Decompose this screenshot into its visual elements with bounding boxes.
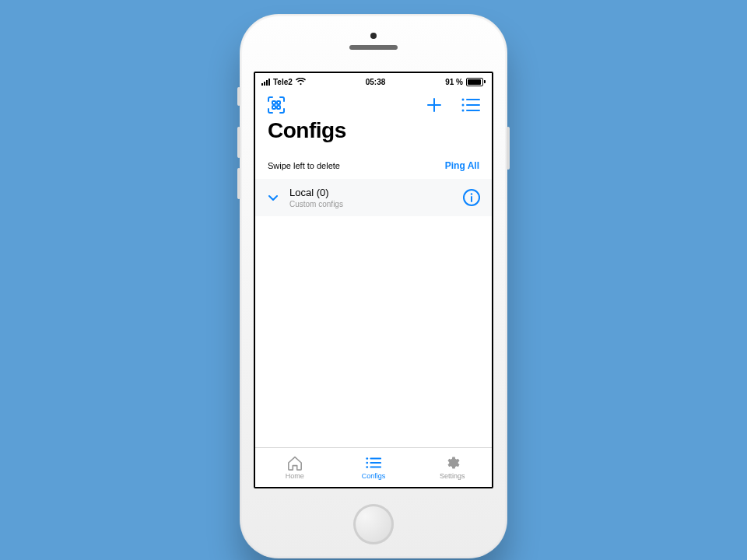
tab-home[interactable]: Home: [255, 448, 334, 487]
carrier-label: Tele2: [273, 78, 293, 86]
tab-home-label: Home: [286, 472, 304, 480]
home-button[interactable]: [353, 504, 394, 544]
power-button: [507, 127, 510, 170]
front-camera: [370, 33, 377, 39]
tab-configs[interactable]: Configs: [334, 448, 412, 487]
ping-all-button[interactable]: Ping All: [445, 160, 479, 171]
svg-point-9: [471, 193, 472, 194]
svg-point-5: [462, 104, 465, 107]
add-button[interactable]: [425, 96, 444, 114]
volume-down-button: [237, 168, 240, 199]
tab-configs-label: Configs: [362, 472, 386, 480]
cell-subtitle: Custom configs: [289, 200, 453, 208]
battery-icon: [466, 78, 486, 86]
tab-bar: Home Configs Settings: [255, 447, 492, 487]
svg-point-4: [462, 99, 465, 101]
page-title: Configs: [255, 117, 492, 152]
svg-point-12: [366, 466, 368, 468]
list-button[interactable]: [461, 97, 481, 113]
earpiece-speaker: [349, 45, 398, 50]
mute-switch: [237, 87, 240, 106]
tab-settings-label: Settings: [440, 472, 465, 480]
volume-up-button: [237, 127, 240, 158]
info-button[interactable]: [462, 188, 481, 207]
svg-point-6: [462, 110, 465, 112]
status-bar: Tele2 05:38 91 %: [255, 73, 492, 89]
chevron-down-icon: [266, 191, 280, 205]
phone-frame: Tele2 05:38 91 %: [240, 14, 507, 558]
svg-rect-1: [277, 101, 280, 104]
svg-point-10: [366, 457, 368, 460]
svg-rect-0: [272, 101, 275, 104]
config-group-cell[interactable]: Local (0) Custom configs: [255, 179, 492, 216]
svg-rect-3: [277, 106, 280, 109]
tab-settings[interactable]: Settings: [413, 448, 492, 487]
svg-rect-2: [272, 106, 275, 109]
battery-percent-label: 91 %: [445, 78, 463, 86]
svg-point-11: [366, 462, 368, 464]
content-spacer: [255, 216, 492, 447]
cell-title: Local (0): [289, 187, 453, 198]
screen: Tele2 05:38 91 %: [254, 72, 493, 488]
nav-toolbar: [255, 89, 492, 117]
swipe-hint-label: Swipe left to delete: [268, 161, 340, 170]
clock-label: 05:38: [366, 78, 386, 86]
signal-icon: [261, 79, 270, 86]
scan-qr-button[interactable]: [266, 95, 286, 115]
hint-row: Swipe left to delete Ping All: [255, 152, 492, 179]
wifi-icon: [296, 78, 306, 86]
